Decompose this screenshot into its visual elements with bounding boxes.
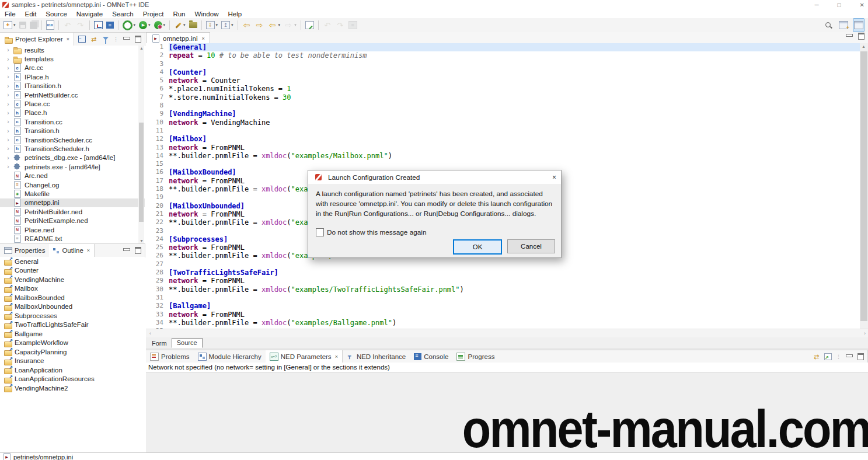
editor-line-2[interactable]: 2repeat = 10 # to be able to test nondet… xyxy=(146,51,868,60)
outline-item-insurance[interactable]: Insurance xyxy=(0,357,145,366)
view-menu-icon[interactable]: ⋮ xyxy=(113,36,118,42)
editor-line-32[interactable]: 32[Ballgame] xyxy=(146,302,868,310)
debug-button[interactable]: ▾ xyxy=(121,19,137,31)
scroll-up-icon[interactable]: ▲ xyxy=(140,46,144,50)
outline-item-vendingmachine2[interactable]: VendingMachine2 xyxy=(0,384,145,393)
scrollbar-thumb[interactable] xyxy=(139,123,144,222)
open-in-editor-icon[interactable] xyxy=(824,353,832,360)
tree-item-itransition-h[interactable]: ›ITransition.h xyxy=(0,82,145,90)
dropdown-icon[interactable]: ▾ xyxy=(148,23,151,27)
menu-window[interactable]: Window xyxy=(190,11,224,18)
outline-item-loanapplicationresources[interactable]: LoanApplicationResources xyxy=(0,375,145,384)
expand-chevron-icon[interactable]: › xyxy=(5,74,11,80)
expand-chevron-icon[interactable]: › xyxy=(5,119,11,125)
tree-item-makefile[interactable]: Makefile xyxy=(0,189,145,198)
editor-line-15[interactable]: 15 xyxy=(146,160,868,168)
tab-omnetpp-ini[interactable]: omnetpp.ini × xyxy=(146,32,210,44)
export-annotation-button[interactable]: ▾ xyxy=(220,19,235,31)
dialog-title-bar[interactable]: Launch Configuration Created × xyxy=(308,170,561,184)
view-menu-icon[interactable]: ⋮ xyxy=(836,354,841,360)
outline-item-general[interactable]: General xyxy=(0,257,145,266)
close-icon[interactable]: × xyxy=(335,354,338,360)
tree-item-iplace-h[interactable]: ›IPlace.h xyxy=(0,72,145,81)
menu-project[interactable]: Project xyxy=(138,11,169,18)
outline-item-vendingmachine[interactable]: VendingMachine xyxy=(0,275,145,284)
tree-item-changelog[interactable]: ChangeLog xyxy=(0,180,145,189)
editor-line-8[interactable]: 8 xyxy=(146,102,868,110)
editor-line-1[interactable]: 1[General] xyxy=(146,43,868,51)
expand-chevron-icon[interactable]: › xyxy=(5,92,11,98)
editor-line-9[interactable]: 9[VendingMachine] xyxy=(146,110,868,118)
scroll-up-icon[interactable]: ▲ xyxy=(862,44,866,48)
outline-item-loanapplication[interactable]: LoanApplication xyxy=(0,365,145,375)
editor-line-14[interactable]: 14**.builder.pnmlFile = xmldoc("examples… xyxy=(146,152,868,160)
expand-chevron-icon[interactable]: › xyxy=(5,155,11,161)
dont-show-again-checkbox[interactable] xyxy=(316,228,324,236)
open-perspective-button[interactable] xyxy=(838,19,849,31)
open-simulation-button[interactable] xyxy=(93,19,104,31)
menu-edit[interactable]: Edit xyxy=(20,11,41,18)
tree-item-transitionscheduler-cc[interactable]: ›TransitionScheduler.cc xyxy=(0,135,145,144)
close-dialog-icon[interactable]: × xyxy=(552,173,556,182)
dropdown-icon[interactable]: ▾ xyxy=(183,23,186,27)
editor-line-6[interactable]: 6*.place1.numInitialTokens = 1 xyxy=(146,85,868,93)
minimize-view-icon[interactable] xyxy=(123,248,130,251)
new-wizard-button[interactable]: ▾ xyxy=(2,19,17,31)
tab-form[interactable]: Form xyxy=(147,339,172,348)
open-resource-button[interactable] xyxy=(188,19,198,31)
ok-button[interactable]: OK xyxy=(453,239,502,255)
tab-project-explorer[interactable]: Project Explorer × xyxy=(0,33,74,46)
expand-chevron-icon[interactable]: › xyxy=(5,56,11,62)
close-icon[interactable]: × xyxy=(87,248,90,253)
outline-item-counter[interactable]: Counter xyxy=(0,266,145,276)
tab-problems[interactable]: Problems xyxy=(146,350,194,363)
tree-item-templates[interactable]: ›templates xyxy=(0,54,145,63)
minimize-view-icon[interactable] xyxy=(123,37,130,40)
pin-view-icon[interactable] xyxy=(813,353,820,360)
outline-item-mailboxunbounded[interactable]: MailboxUnbounded xyxy=(0,302,145,312)
menu-source[interactable]: Source xyxy=(41,11,71,18)
editor-horizontal-scrollbar[interactable]: ‹ › xyxy=(146,329,868,337)
maximize-editor-icon[interactable] xyxy=(858,33,864,40)
menu-run[interactable]: Run xyxy=(168,11,190,18)
dropdown-icon[interactable]: ▾ xyxy=(13,23,16,27)
editor-line-10[interactable]: 10network = VendingMachine xyxy=(146,119,868,127)
tree-item-petrinetexample-ned[interactable]: PetriNetExample.ned xyxy=(0,216,145,225)
expand-chevron-icon[interactable]: › xyxy=(5,128,11,134)
outline-item-ballgame[interactable]: Ballgame xyxy=(0,329,145,339)
tree-item-omnetpp-ini[interactable]: omnetpp.ini xyxy=(0,198,145,207)
tree-item-results[interactable]: ›results xyxy=(0,46,145,54)
profile-button[interactable]: ▾ xyxy=(153,19,167,31)
tree-item-readme-txt[interactable]: README.txt xyxy=(0,234,145,243)
tree-item-transitionscheduler-h[interactable]: ›TransitionScheduler.h xyxy=(0,144,145,153)
outline-item-subprocesses[interactable]: Subprocesses xyxy=(0,311,145,320)
editor-line-30[interactable]: 30**.builder.pnmlFile = xmldoc("examples… xyxy=(146,285,868,294)
import-annotation-button[interactable]: ▾ xyxy=(205,19,219,31)
minimize-view-icon[interactable] xyxy=(846,354,853,357)
expand-chevron-icon[interactable]: › xyxy=(5,137,11,143)
expand-chevron-icon[interactable]: › xyxy=(5,47,11,53)
editor-line-31[interactable]: 31 xyxy=(146,294,868,302)
dropdown-icon[interactable]: ▾ xyxy=(294,23,297,27)
expand-chevron-icon[interactable]: › xyxy=(5,110,11,116)
last-edit-location-button[interactable] xyxy=(304,19,315,31)
editor-line-33[interactable]: 33network = FromPNML xyxy=(146,311,868,319)
editor-line-13[interactable]: 13network = FromPNML xyxy=(146,144,868,152)
tree-item-petrinetbuilder-ned[interactable]: PetriNetBuilder.ned xyxy=(0,207,145,216)
outline-item-capacityplanning[interactable]: CapacityPlanning xyxy=(0,347,145,357)
tree-item-place-h[interactable]: ›Place.h xyxy=(0,109,145,117)
maximize-view-icon[interactable] xyxy=(135,36,141,43)
expand-chevron-icon[interactable]: › xyxy=(5,145,11,152)
tree-item-place-cc[interactable]: ›Place.cc xyxy=(0,99,145,108)
editor-line-3[interactable]: 3 xyxy=(146,60,868,68)
editor-vertical-scrollbar[interactable]: ▲ xyxy=(860,43,868,329)
tree-item-petrinetbuilder-cc[interactable]: ›PetriNetBuilder.cc xyxy=(0,90,145,99)
external-tools-button[interactable]: ▾ xyxy=(173,19,187,31)
outline-item-mailboxbounded[interactable]: MailboxBounded xyxy=(0,293,145,302)
tab-progress[interactable]: Progress xyxy=(452,350,499,363)
menu-search[interactable]: Search xyxy=(107,11,138,18)
tab-properties[interactable]: Properties xyxy=(0,244,49,257)
scroll-down-icon[interactable]: ▼ xyxy=(140,239,144,243)
outline-item-exampleworkflow[interactable]: ExampleWorkflow xyxy=(0,339,145,348)
tree-item-transition-h[interactable]: ›Transition.h xyxy=(0,127,145,135)
